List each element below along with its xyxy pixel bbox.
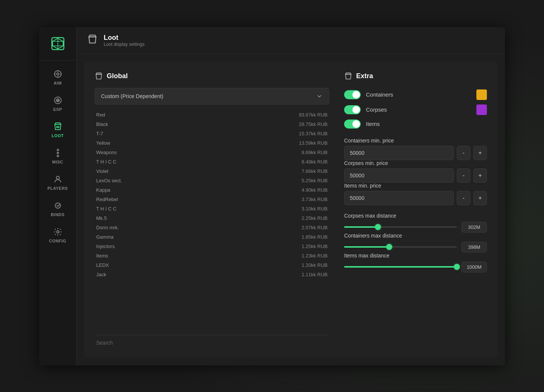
- logo: [39, 27, 76, 61]
- dropdown-value: Custom (Price Dependent): [101, 93, 163, 99]
- list-item[interactable]: Black28.75kk RUB: [95, 120, 329, 129]
- list-item[interactable]: Violet7.66kk RUB: [95, 167, 329, 176]
- extra-section-title: Extra: [344, 72, 487, 80]
- page-title: Loot: [104, 34, 145, 42]
- price-section: Corpses min. price - +: [344, 160, 487, 183]
- list-item[interactable]: T H I C C3.10kk RUB: [95, 204, 329, 213]
- price-input[interactable]: [344, 146, 454, 160]
- stepper-minus-button[interactable]: -: [457, 146, 470, 160]
- sidebar-item-players[interactable]: PLAYERS: [39, 170, 76, 196]
- svg-point-9: [57, 100, 58, 101]
- sidebar-item-config[interactable]: CONFIG: [39, 222, 76, 248]
- price-label: Corpses min. price: [344, 160, 487, 166]
- list-item[interactable]: LexOs sect.5.25kk RUB: [95, 176, 329, 185]
- price-input-row: - +: [344, 168, 487, 183]
- slider-row: 1000M: [344, 262, 487, 272]
- left-panel: Global Custom (Price Dependent) Red93.67…: [95, 72, 329, 347]
- stepper-plus-button[interactable]: +: [473, 168, 487, 183]
- list-item[interactable]: T-715.37kk RUB: [95, 129, 329, 138]
- svg-point-11: [57, 149, 59, 151]
- toggles-group: Containers Corpses Items: [344, 89, 487, 129]
- svg-point-10: [57, 152, 59, 154]
- sidebar-item-aim-label: AIM: [54, 81, 62, 85]
- slider-label: Containers max distance: [344, 233, 487, 239]
- sidebar-item-binds[interactable]: BINDS: [39, 196, 76, 222]
- toggle-containers[interactable]: [344, 90, 361, 99]
- list-item[interactable]: Dorm mrk.2.07kk RUB: [95, 223, 329, 232]
- list-item[interactable]: Mk.52.25kk RUB: [95, 214, 329, 222]
- header: Loot Loot display settings: [77, 27, 505, 54]
- stepper-plus-button[interactable]: +: [473, 191, 487, 205]
- slider-label: Items max distance: [344, 253, 487, 259]
- page-subtitle: Loot display settings: [104, 42, 145, 47]
- slider-track[interactable]: [344, 226, 457, 228]
- price-section: Containers min. price - +: [344, 138, 487, 160]
- price-input[interactable]: [344, 191, 454, 205]
- header-icon: [87, 34, 98, 46]
- toggle-row-corpses: Corpses: [344, 104, 487, 115]
- search-input[interactable]: [95, 335, 329, 347]
- stepper-minus-button[interactable]: -: [457, 191, 470, 205]
- list-item[interactable]: RedRebel3.73kk RUB: [95, 195, 329, 204]
- list-item[interactable]: Yellow13.59kk RUB: [95, 139, 329, 147]
- header-text: Loot Loot display settings: [104, 34, 145, 47]
- toggle-row-containers: Containers: [344, 89, 487, 100]
- sidebar-item-config-label: CONFIG: [49, 239, 66, 243]
- loot-list: Red93.67kk RUBBlack28.75kk RUBT-715.37kk…: [95, 110, 329, 329]
- sidebar-item-aim[interactable]: AIM: [39, 64, 76, 91]
- color-swatch[interactable]: [476, 89, 487, 100]
- slider-value: 398M: [461, 242, 487, 253]
- slider-value: 1000M: [461, 262, 487, 272]
- toggle-label: Items: [366, 121, 487, 127]
- color-swatch[interactable]: [476, 104, 487, 115]
- slider-section: Corpses max distance 302M: [344, 213, 487, 233]
- sidebar-item-esp[interactable]: ESP: [39, 91, 76, 117]
- preset-dropdown[interactable]: Custom (Price Dependent): [95, 88, 329, 104]
- sidebar: AIM ESP LOOT MISC: [39, 27, 77, 365]
- sidebar-item-misc-label: MISC: [52, 160, 63, 164]
- slider-row: 302M: [344, 222, 487, 233]
- toggle-items[interactable]: [344, 120, 361, 129]
- list-item[interactable]: Jack1.11kk RUB: [95, 270, 329, 279]
- price-input-row: - +: [344, 146, 487, 160]
- stepper-plus-button[interactable]: +: [473, 146, 487, 160]
- slider-section: Containers max distance 398M: [344, 233, 487, 253]
- toggle-corpses[interactable]: [344, 105, 361, 114]
- sidebar-item-binds-label: BINDS: [51, 212, 65, 217]
- main-content: Loot Loot display settings Global Custom…: [77, 27, 505, 365]
- price-input-row: - +: [344, 191, 487, 205]
- toggle-label: Corpses: [366, 106, 471, 113]
- slider-section: Items max distance 1000M: [344, 253, 487, 272]
- price-section: Items min. price - +: [344, 183, 487, 205]
- price-label: Containers min. price: [344, 138, 487, 144]
- list-item[interactable]: Weapons8.69kk RUB: [95, 148, 329, 157]
- list-item[interactable]: Kappa4.90kk RUB: [95, 186, 329, 194]
- list-item[interactable]: Red93.67kk RUB: [95, 110, 329, 119]
- sidebar-item-esp-label: ESP: [53, 107, 62, 112]
- price-input[interactable]: [344, 168, 454, 183]
- right-panel: Extra Containers Corpses Items Container…: [344, 72, 487, 347]
- svg-point-13: [56, 176, 59, 179]
- list-item[interactable]: Injectors1.25kk RUB: [95, 242, 329, 251]
- svg-point-12: [57, 155, 59, 157]
- svg-point-2: [57, 73, 59, 75]
- list-item[interactable]: Items1.23kk RUB: [95, 251, 329, 260]
- list-item[interactable]: Gamma1.85kk RUB: [95, 233, 329, 241]
- list-item[interactable]: LEDX1.20kk RUB: [95, 261, 329, 269]
- slider-value: 302M: [461, 222, 487, 233]
- sliders-group: Corpses max distance 302M Containers max…: [344, 213, 487, 272]
- content-area: Global Custom (Price Dependent) Red93.67…: [84, 62, 497, 358]
- toggle-row-items: Items: [344, 120, 487, 129]
- stepper-minus-button[interactable]: -: [457, 168, 470, 183]
- prices-group: Containers min. price - + Corpses min. p…: [344, 138, 487, 205]
- sidebar-item-misc[interactable]: MISC: [39, 143, 76, 170]
- slider-row: 398M: [344, 242, 487, 253]
- slider-track[interactable]: [344, 266, 457, 268]
- sidebar-item-loot-label: LOOT: [51, 133, 64, 138]
- sidebar-item-loot[interactable]: LOOT: [39, 117, 76, 143]
- sidebar-item-players-label: PLAYERS: [47, 186, 68, 191]
- slider-track[interactable]: [344, 246, 457, 248]
- price-label: Items min. price: [344, 183, 487, 189]
- list-item[interactable]: T H I C C8.48kk RUB: [95, 157, 329, 166]
- slider-label: Corpses max distance: [344, 213, 487, 219]
